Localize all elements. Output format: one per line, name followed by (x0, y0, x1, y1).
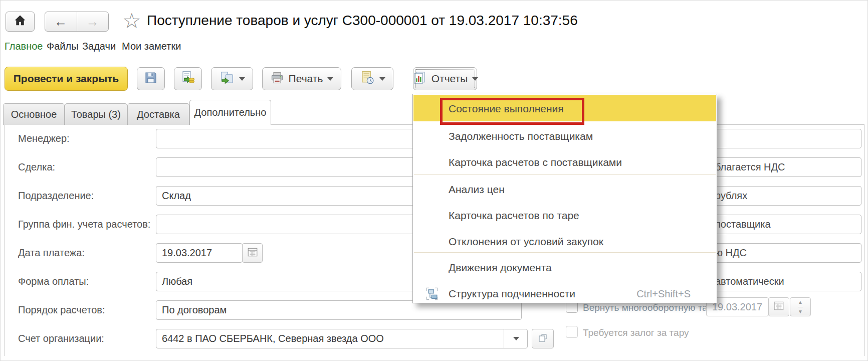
document-clock-icon (360, 70, 375, 88)
create-based-on-button[interactable] (211, 67, 253, 90)
section-moi-zametki[interactable]: Мои заметки (122, 41, 181, 52)
app-window: ← → ☆ Поступление товаров и услуг С300-0… (0, 0, 868, 361)
post-and-close-button[interactable]: Провести и закрыть (5, 67, 128, 91)
post-document-button[interactable] (174, 67, 202, 90)
section-zadachi[interactable]: Задачи (82, 41, 116, 52)
home-button[interactable] (6, 12, 35, 32)
section-glavnoe[interactable]: Главное (5, 41, 43, 52)
menu-item-kartochka-raschetov-po-tare[interactable]: Карточка расчетов по таре (449, 208, 579, 223)
menu-separator (414, 252, 716, 253)
favorite-star-icon[interactable]: ☆ (122, 9, 141, 33)
print-dropdown-arrow (327, 77, 333, 81)
home-icon (13, 14, 27, 30)
menu-item-sostoyanie-vypolneniya[interactable]: Состояние выполнения (449, 101, 564, 116)
menu-separator (414, 174, 716, 175)
reports-dropdown-menu: Состояние выполнения Задолженность поста… (412, 94, 717, 303)
menu-item-shortcut: Ctrl+Shift+S (636, 286, 691, 301)
combo-dropdown-arrow (513, 337, 519, 340)
create-based-on-dropdown-arrow (239, 77, 245, 81)
history-nav-group: ← → (45, 12, 109, 32)
forward-button[interactable]: → (77, 12, 109, 31)
structure-hierarchy-icon (425, 287, 439, 303)
create-based-on-icon (220, 70, 235, 88)
save-button[interactable] (137, 67, 165, 90)
save-icon (143, 70, 158, 88)
page-title: Поступление товаров и услуг С300-000001 … (147, 13, 578, 29)
tab-osnovnoe[interactable]: Основное (3, 103, 65, 125)
reports-label: Отчеты (431, 73, 468, 85)
menu-item-zadolzhennost-postavshchikam[interactable]: Задолженность поставщикам (449, 129, 593, 144)
menu-item-analiz-tsen[interactable]: Анализ цен (449, 182, 505, 197)
menu-item-struktura-podchinennosti[interactable]: Структура подчиненности (449, 286, 575, 301)
org-account-dropdown-button[interactable] (504, 329, 528, 348)
tab-dostavka[interactable]: Доставка (127, 103, 189, 125)
schedule-dropdown-arrow (379, 77, 385, 81)
print-label: Печать (289, 73, 323, 85)
tab-dopolnitelno[interactable]: Дополнительно (189, 100, 271, 125)
menu-item-dvizheniya-dokumenta[interactable]: Движения документа (449, 260, 552, 275)
back-button[interactable]: ← (45, 12, 77, 31)
section-faily[interactable]: Файлы (47, 41, 79, 52)
print-button[interactable]: Печать (262, 67, 341, 90)
post-document-icon (180, 70, 195, 88)
schedule-button[interactable] (351, 67, 393, 90)
reports-icon (412, 70, 427, 88)
reports-dropdown-arrow (472, 77, 478, 81)
tab-tovary[interactable]: Товары (3) (65, 103, 127, 125)
menu-item-otkloneniya-ot-usloviy-zakupok[interactable]: Отклонения от условий закупок (449, 234, 603, 249)
reports-button[interactable]: Отчеты (413, 67, 477, 90)
menu-item-kartochka-raschetov-s-postavshchikami[interactable]: Карточка расчетов с поставщиками (449, 155, 622, 170)
print-icon (270, 71, 284, 87)
